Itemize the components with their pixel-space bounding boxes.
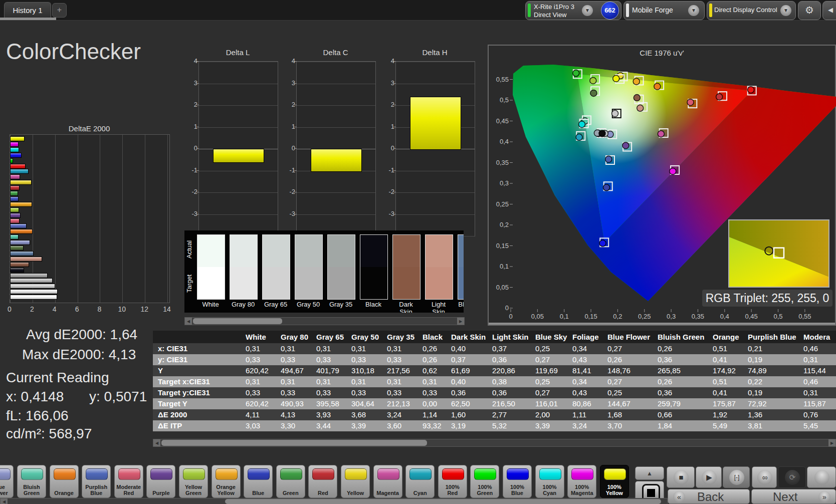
patch-button-blue[interactable]: Blue — [244, 465, 273, 498]
patch-button-yellow[interactable]: Yellow — [341, 465, 370, 498]
patch-button-100-green[interactable]: 100%Green — [470, 465, 499, 498]
svg-text:0,45: 0,45 — [496, 117, 509, 125]
range-button[interactable]: [-] — [723, 466, 750, 488]
table-cell: 0,27 — [602, 376, 653, 387]
scroll-right-icon[interactable]: ▶ — [457, 318, 464, 325]
patch-swatch — [21, 468, 43, 480]
gear-icon[interactable]: ⚙ — [798, 1, 821, 20]
patch-swatch — [216, 468, 238, 480]
table-cell: 0,26 — [653, 376, 708, 387]
table-row: Target y:CIE310,330,330,330,330,330,330,… — [153, 387, 836, 398]
patch-button-100-cyan[interactable]: 100%Cyan — [535, 465, 564, 498]
patch-button-blue-flower[interactable]: BlueFlower — [0, 465, 14, 498]
chevron-down-icon[interactable]: ▼ — [780, 5, 791, 16]
loop-button[interactable]: ∞ — [752, 466, 777, 488]
scroll-left-icon[interactable]: ◀ — [153, 439, 160, 446]
table-cell: 220,86 — [487, 365, 530, 376]
swatch-label: Gray 80 — [230, 301, 257, 308]
refresh-button[interactable]: ⟳ — [778, 466, 806, 488]
bar — [10, 218, 20, 223]
swatch-strip-scrollbar[interactable]: ◀ ▶ — [184, 317, 465, 325]
patch-label: Yellow — [341, 490, 369, 496]
tab-history-1[interactable]: History 1 — [4, 2, 51, 18]
target-swatch — [295, 267, 322, 299]
collapse-panel-button[interactable]: ◀ — [822, 1, 836, 20]
stop-button[interactable]: ■ — [667, 466, 695, 488]
patch-button-100-blue[interactable]: 100%Blue — [503, 465, 532, 498]
patch-label: BluishGreen — [18, 484, 46, 496]
patch-button-100-magenta[interactable]: 100%Magenta — [567, 465, 596, 498]
scroll-right-icon[interactable]: ▶ — [828, 439, 835, 446]
table-cell: 1,68 — [602, 409, 653, 420]
patch-button-orange[interactable]: Orange — [50, 465, 79, 498]
patch-button-purple[interactable]: Purple — [146, 465, 175, 498]
refresh-icon: ⟳ — [785, 470, 800, 485]
svg-text:0,55: 0,55 — [798, 313, 811, 320]
scroll-left-icon[interactable]: ◀ — [1, 498, 8, 504]
patch-swatch — [183, 468, 205, 480]
scrollbar-thumb[interactable] — [161, 440, 427, 446]
patch-button-yellow-green[interactable]: YellowGreen — [179, 465, 208, 498]
back-button[interactable]: « Back — [668, 489, 750, 504]
table-cell: 0,33 — [311, 354, 346, 365]
gridline — [297, 105, 375, 106]
gridline — [396, 192, 475, 193]
gridline — [297, 214, 375, 215]
patch-button-green[interactable]: Green — [276, 465, 305, 498]
tick-mark — [393, 214, 396, 214]
gridline — [396, 171, 475, 171]
meter-dropdown[interactable]: X-Rite i1Pro 3 Direct View ▼ 662 — [525, 1, 621, 20]
table-cell: 0,43 — [567, 354, 602, 365]
patch-button-magenta[interactable]: Magenta — [373, 465, 402, 498]
svg-text:0,1: 0,1 — [500, 263, 509, 270]
patch-button-purplish-blue[interactable]: PurplishBlue — [82, 465, 111, 498]
gridline — [199, 84, 278, 84]
workflow-dropdown[interactable]: Direct Display Control ▼ — [707, 1, 796, 20]
bar — [10, 136, 25, 141]
patch-swatch — [150, 468, 172, 480]
patch-bar-scrollbar[interactable]: ◀ — [0, 498, 668, 504]
reading-cdm2: cd/m²: 568,97 — [6, 426, 92, 442]
scrollbar-thumb[interactable] — [225, 499, 661, 504]
patch-label: 100%Magenta — [568, 484, 596, 496]
blank-transport-button[interactable] — [807, 466, 836, 488]
table-cell: 3,70 — [602, 420, 653, 431]
chevron-down-icon[interactable]: ▼ — [688, 5, 699, 16]
table-cell: 0,51 — [708, 343, 743, 354]
add-tab-button[interactable]: + — [52, 3, 67, 18]
patch-button-red[interactable]: Red — [308, 465, 337, 498]
patch-button-moderate-red[interactable]: ModerateRed — [114, 465, 143, 498]
patch-button-100-red[interactable]: 100%Red — [438, 465, 467, 498]
chevron-down-icon[interactable]: ▼ — [582, 5, 593, 16]
table-scrollbar[interactable]: ◀ ▶ — [153, 439, 836, 447]
table-cell: 81,41 — [567, 365, 602, 376]
x-tick-label: 10 — [113, 305, 130, 313]
patch-button-cyan[interactable]: Cyan — [405, 465, 435, 498]
patch-button-bluish-green[interactable]: BluishGreen — [17, 465, 46, 498]
play-button[interactable]: ▶ — [696, 466, 722, 488]
table-cell: 2,00 — [530, 409, 567, 420]
table-cell: 0,33 — [382, 387, 417, 398]
patch-button-100-yellow[interactable]: 100%Yellow — [600, 465, 629, 498]
swatch-gray-65 — [262, 234, 290, 300]
table-cell: 1,84 — [653, 420, 708, 431]
column-header: Orange — [708, 331, 743, 343]
patch-button-orange-yellow[interactable]: OrangeYellow — [212, 465, 241, 498]
table-cell: 0,40 — [446, 376, 487, 387]
table-cell: 0,19 — [743, 354, 798, 365]
next-button[interactable]: Next » — [751, 489, 836, 504]
scroll-left-icon[interactable]: ◀ — [185, 318, 192, 325]
reading-fl: fL: 166,06 — [6, 408, 69, 424]
meter-count-badge[interactable]: 662 — [601, 2, 619, 20]
table-cell: 0,25 — [530, 343, 567, 354]
gridline — [396, 84, 475, 84]
source-dropdown[interactable]: Mobile Forge ▼ — [623, 1, 705, 20]
bar — [10, 196, 19, 201]
scroll-up-button[interactable]: ▲ — [635, 466, 664, 480]
table-cell: 0,41 — [708, 354, 743, 365]
tick-mark — [196, 192, 199, 192]
scrollbar-thumb[interactable] — [193, 318, 282, 324]
tick-mark — [393, 192, 396, 192]
blank-icon — [814, 470, 829, 485]
app-window: History 1 + X-Rite i1Pro 3 Direct View ▼… — [0, 0, 836, 504]
